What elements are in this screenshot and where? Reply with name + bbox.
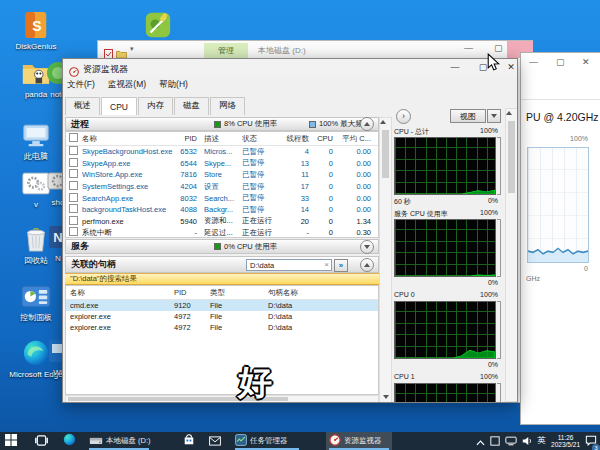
tab-内存[interactable]: 内存 xyxy=(138,97,173,115)
collapse-handles-button[interactable] xyxy=(360,258,374,272)
taskbar-task-manager[interactable]: 任务管理器 xyxy=(232,432,302,450)
speaker-icon[interactable] xyxy=(522,432,533,450)
column-header-4[interactable]: 线程数 xyxy=(284,134,316,144)
row-select-cell[interactable] xyxy=(66,181,82,192)
column-header-0[interactable]: 名称 xyxy=(82,134,174,144)
desktop-icon-control-panel[interactable]: 控制面板 xyxy=(8,281,64,322)
process-row[interactable]: perfmon.exe5940资源和...正在运行2001.34 xyxy=(66,216,378,228)
checkbox[interactable] xyxy=(69,227,78,236)
row-select-cell[interactable] xyxy=(66,158,82,169)
explorer-minimize-icon[interactable]: — xyxy=(464,43,473,53)
scroll-up-icon[interactable] xyxy=(380,120,386,124)
scroll-up-icon[interactable] xyxy=(506,111,512,115)
handle-row[interactable]: explorer.exe4972FileD:\data xyxy=(66,322,378,333)
explorer-manage-tab[interactable]: 管理 xyxy=(204,43,248,58)
action-center-icon[interactable]: 3 xyxy=(585,432,597,450)
checkbox[interactable] xyxy=(69,193,78,202)
row-select-cell[interactable] xyxy=(66,146,82,157)
taskbar-local-disk-d[interactable]: 本地磁盘 (D:) xyxy=(86,432,152,450)
column-header-2[interactable]: 类型 xyxy=(210,288,268,298)
taskbar-edge[interactable] xyxy=(60,432,84,450)
scrollbar-thumb[interactable] xyxy=(508,121,515,193)
taskbar-store[interactable] xyxy=(180,432,204,450)
process-row[interactable]: SkypeApp.exe6544Skype...已暂停1300.00 xyxy=(66,158,378,170)
scrollbar-thumb[interactable] xyxy=(382,130,389,178)
process-row[interactable]: SearchApp.exe8032Search...已暂停3300.00 xyxy=(66,192,378,204)
tab-网络[interactable]: 网络 xyxy=(210,97,245,115)
handles-section-header[interactable]: 关联的句柄 D:\data × » xyxy=(65,256,379,273)
taskbar-task-view-button[interactable] xyxy=(32,432,56,450)
handles-search-input[interactable]: D:\data × xyxy=(246,259,332,271)
process-row[interactable]: 系统中断-延迟过...正在运行-00.30 xyxy=(66,227,378,238)
handle-row[interactable]: cmd.exe9120FileD:\data xyxy=(66,300,378,311)
taskman-maximize-icon[interactable]: ▢ xyxy=(556,57,565,67)
row-select-cell[interactable] xyxy=(66,227,82,238)
resource-monitor-window[interactable]: 资源监视器 — ▢ ✕ 文件(F)监视器(M)帮助(H) 概述CPU内存磁盘网络… xyxy=(62,58,518,403)
taskman-close-icon[interactable]: ✕ xyxy=(582,57,590,67)
column-header-5[interactable]: CPU xyxy=(316,134,340,143)
column-header-3[interactable]: 句柄名称 xyxy=(268,288,378,298)
processes-section-header[interactable]: 进程 8% CPU 使用率 100% 最大频率 xyxy=(65,117,379,131)
column-header-2[interactable]: 描述 xyxy=(204,134,242,144)
clear-search-icon[interactable]: × xyxy=(324,260,329,269)
view-dropdown-button[interactable] xyxy=(487,109,501,123)
touch-keyboard-icon[interactable] xyxy=(490,432,500,450)
search-go-button[interactable]: » xyxy=(334,259,348,272)
checkbox[interactable] xyxy=(69,204,78,213)
process-row[interactable]: SkypeBackgroundHost.exe6532Micros...已暂停4… xyxy=(66,146,378,158)
column-header-3[interactable]: 状态 xyxy=(242,134,284,144)
process-row[interactable]: SystemSettings.exe4204设置已暂停1700.00 xyxy=(66,181,378,193)
explorer-maximize-icon[interactable]: ▢ xyxy=(494,43,503,53)
minimize-icon[interactable]: — xyxy=(447,61,463,74)
input-language-indicator[interactable]: 英 xyxy=(538,435,547,447)
handle-row[interactable]: explorer.exe4972FileD:\data xyxy=(66,311,378,322)
process-row[interactable]: backgroundTaskHost.exe4088Backgr...已暂停14… xyxy=(66,204,378,216)
taskbar-start-button[interactable] xyxy=(2,432,28,450)
process-row[interactable]: WinStore.App.exe7816Store已暂停1100.00 xyxy=(66,169,378,181)
tab-磁盘[interactable]: 磁盘 xyxy=(174,97,209,115)
menu-item-1[interactable]: 监视器(M) xyxy=(108,79,146,91)
right-pane-scrollbar[interactable] xyxy=(505,108,518,402)
services-section-header[interactable]: 服务 0% CPU 使用率 xyxy=(65,239,379,254)
row-select-cell[interactable] xyxy=(66,169,82,180)
close-icon[interactable]: ✕ xyxy=(503,61,518,74)
tray-chevron-up-icon[interactable] xyxy=(476,432,485,450)
desktop-icon-diskgenius[interactable]: SDiskGenius xyxy=(8,10,64,51)
column-header-6[interactable]: 平均 C... xyxy=(340,134,378,144)
view-button[interactable]: 视图 xyxy=(450,109,486,123)
taskbar-resource-monitor[interactable]: 资源监视器 xyxy=(326,432,392,450)
checkbox[interactable] xyxy=(69,158,78,167)
network-icon[interactable] xyxy=(505,432,517,450)
tab-概述[interactable]: 概述 xyxy=(65,97,100,115)
collapse-pane-button[interactable]: › xyxy=(396,109,411,124)
row-select-cell[interactable] xyxy=(66,193,82,204)
taskbar-mail[interactable] xyxy=(206,432,230,450)
row-select-cell[interactable] xyxy=(66,216,82,227)
tab-CPU[interactable]: CPU xyxy=(101,97,137,115)
select-all-cell[interactable] xyxy=(66,133,82,144)
checkbox[interactable] xyxy=(69,216,78,225)
taskman-minimize-icon[interactable]: — xyxy=(529,57,538,67)
column-header-0[interactable]: 名称 xyxy=(70,288,174,298)
column-header-1[interactable]: PID xyxy=(174,288,210,297)
checkbox[interactable] xyxy=(69,146,78,155)
horizontal-scrollbar[interactable] xyxy=(65,395,379,403)
row-select-cell[interactable] xyxy=(66,204,82,215)
menu-item-2[interactable]: 帮助(H) xyxy=(159,79,188,91)
collapse-processes-button[interactable] xyxy=(360,117,374,131)
menu-item-0[interactable]: 文件(F) xyxy=(67,79,95,91)
title-bar[interactable]: 资源监视器 — ▢ ✕ xyxy=(63,59,517,77)
checkbox[interactable] xyxy=(69,181,78,190)
scroll-down-icon[interactable] xyxy=(383,395,389,399)
graph-plot xyxy=(394,301,496,359)
checkbox[interactable] xyxy=(69,169,78,178)
left-pane-scrollbar[interactable] xyxy=(379,117,392,403)
expand-services-button[interactable] xyxy=(360,240,374,254)
desktop-icon-this-pc[interactable]: 此电脑 xyxy=(8,120,64,161)
graph-title: 服务 CPU 使用率 xyxy=(394,209,448,219)
chevron-down-icon[interactable]: ▾ xyxy=(130,45,134,53)
column-header-1[interactable]: PID xyxy=(174,134,204,143)
task-manager-window[interactable]: — ▢ ✕ PU @ 4.20GHz 100% 0 GHz xyxy=(520,52,600,425)
checkbox[interactable] xyxy=(69,133,78,142)
clock[interactable]: 11:26 2023/5/21 xyxy=(551,434,580,449)
